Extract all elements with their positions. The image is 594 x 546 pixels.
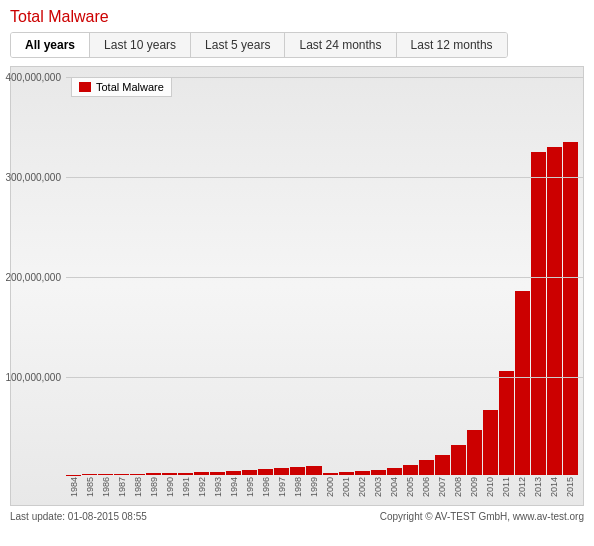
gridline [66, 377, 583, 378]
x-axis: 1984198519861987198819891990199119921993… [66, 475, 578, 505]
bar-wrap-1996 [258, 77, 273, 475]
x-label-wrap-1989: 1989 [146, 473, 162, 505]
tab-last-5-years[interactable]: Last 5 years [191, 33, 285, 57]
bar-wrap-1995 [242, 77, 257, 475]
footer-left: Last update: 01-08-2015 08:55 [10, 511, 147, 522]
x-label-1995: 1995 [245, 473, 255, 501]
bar-wrap-1993 [210, 77, 225, 475]
y-axis-label: 200,000,000 [5, 272, 61, 283]
bar-wrap-2006 [419, 77, 434, 475]
bar-wrap-1989 [146, 77, 161, 475]
x-label-1991: 1991 [181, 473, 191, 501]
x-label-wrap-1996: 1996 [258, 473, 274, 505]
gridline [66, 177, 583, 178]
bar-wrap-2000 [323, 77, 338, 475]
bar-wrap-2005 [403, 77, 418, 475]
bar-2015 [563, 142, 578, 475]
x-label-wrap-1984: 1984 [66, 473, 82, 505]
x-label-wrap-1995: 1995 [242, 473, 258, 505]
x-label-wrap-2010: 2010 [482, 473, 498, 505]
x-label-1993: 1993 [213, 473, 223, 501]
x-label-2009: 2009 [469, 473, 479, 501]
x-label-2012: 2012 [517, 473, 527, 501]
y-axis-label: 400,000,000 [5, 72, 61, 83]
bar-wrap-1987 [114, 77, 129, 475]
x-label-wrap-1994: 1994 [226, 473, 242, 505]
x-label-wrap-1988: 1988 [130, 473, 146, 505]
x-label-1987: 1987 [117, 473, 127, 501]
x-label-2003: 2003 [373, 473, 383, 501]
tab-all-years[interactable]: All years [11, 33, 90, 57]
bar-wrap-2004 [387, 77, 402, 475]
bar-wrap-1992 [194, 77, 209, 475]
bar-2009 [467, 430, 482, 475]
x-label-wrap-1992: 1992 [194, 473, 210, 505]
x-label-wrap-2002: 2002 [354, 473, 370, 505]
x-label-2004: 2004 [389, 473, 399, 501]
x-label-wrap-2004: 2004 [386, 473, 402, 505]
bar-2010 [483, 410, 498, 475]
x-label-1994: 1994 [229, 473, 239, 501]
x-label-wrap-1987: 1987 [114, 473, 130, 505]
bar-2013 [531, 152, 546, 475]
x-label-wrap-2006: 2006 [418, 473, 434, 505]
gridline [66, 277, 583, 278]
bar-wrap-2002 [355, 77, 370, 475]
x-label-wrap-2014: 2014 [546, 473, 562, 505]
footer-right: Copyright © AV-TEST GmbH, www.av-test.or… [380, 511, 584, 522]
bar-wrap-1994 [226, 77, 241, 475]
bar-2012 [515, 291, 530, 475]
x-label-1989: 1989 [149, 473, 159, 501]
x-label-1988: 1988 [133, 473, 143, 501]
x-label-wrap-1985: 1985 [82, 473, 98, 505]
tab-last-10-years[interactable]: Last 10 years [90, 33, 191, 57]
x-label-1996: 1996 [261, 473, 271, 501]
bar-wrap-1991 [178, 77, 193, 475]
bar-wrap-1984 [66, 77, 81, 475]
x-label-wrap-2008: 2008 [450, 473, 466, 505]
bar-wrap-2014 [547, 77, 562, 475]
bar-wrap-2012 [515, 77, 530, 475]
x-label-wrap-1991: 1991 [178, 473, 194, 505]
bar-2014 [547, 147, 562, 475]
x-label-wrap-1993: 1993 [210, 473, 226, 505]
bar-2011 [499, 371, 514, 475]
bar-wrap-1990 [162, 77, 177, 475]
x-label-wrap-1998: 1998 [290, 473, 306, 505]
x-label-wrap-1999: 1999 [306, 473, 322, 505]
x-label-wrap-1997: 1997 [274, 473, 290, 505]
bar-wrap-2008 [451, 77, 466, 475]
x-label-2010: 2010 [485, 473, 495, 501]
bar-wrap-2010 [483, 77, 498, 475]
bar-wrap-1988 [130, 77, 145, 475]
bar-wrap-2011 [499, 77, 514, 475]
x-label-wrap-2005: 2005 [402, 473, 418, 505]
bar-wrap-2013 [531, 77, 546, 475]
x-label-2011: 2011 [501, 473, 511, 501]
x-label-1999: 1999 [309, 473, 319, 501]
y-axis: 400,000,000300,000,000200,000,000100,000… [11, 67, 66, 505]
bar-wrap-1999 [306, 77, 321, 475]
x-label-2000: 2000 [325, 473, 335, 501]
x-label-2015: 2015 [565, 473, 575, 501]
bar-wrap-2015 [563, 77, 578, 475]
bar-wrap-2001 [339, 77, 354, 475]
x-label-2006: 2006 [421, 473, 431, 501]
bar-wrap-2007 [435, 77, 450, 475]
x-label-2001: 2001 [341, 473, 351, 501]
x-label-wrap-2001: 2001 [338, 473, 354, 505]
tab-last-24-months[interactable]: Last 24 months [285, 33, 396, 57]
x-label-wrap-2013: 2013 [530, 473, 546, 505]
tabs-container: All yearsLast 10 yearsLast 5 yearsLast 2… [10, 32, 508, 58]
x-label-wrap-1986: 1986 [98, 473, 114, 505]
x-label-wrap-2011: 2011 [498, 473, 514, 505]
x-label-1992: 1992 [197, 473, 207, 501]
bar-wrap-1998 [290, 77, 305, 475]
tab-last-12-months[interactable]: Last 12 months [397, 33, 507, 57]
y-axis-label: 300,000,000 [5, 172, 61, 183]
x-label-1998: 1998 [293, 473, 303, 501]
x-label-1990: 1990 [165, 473, 175, 501]
x-label-2002: 2002 [357, 473, 367, 501]
x-label-2007: 2007 [437, 473, 447, 501]
x-label-wrap-2003: 2003 [370, 473, 386, 505]
